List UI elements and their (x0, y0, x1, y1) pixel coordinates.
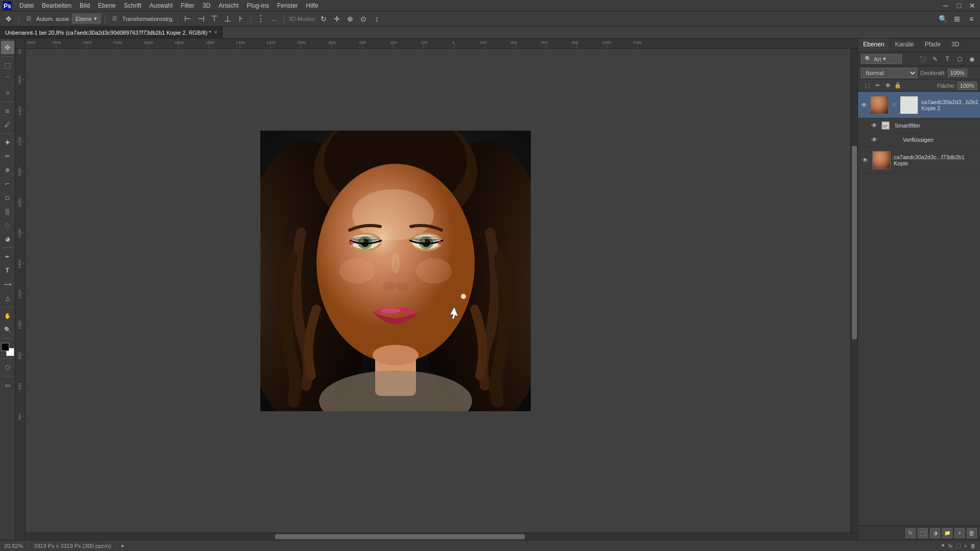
brush-tool[interactable]: ✏ (1, 149, 14, 163)
layer-fx-button[interactable]: fx (905, 528, 916, 538)
layer-item-1[interactable]: 👁 ⛓ ca7aedc30a2d3...b2b1 Kopie 2 ▾ (858, 92, 980, 118)
canvas-area[interactable]: 2800 2600 2400 2200 2000 1800 1600 1400 … (15, 39, 857, 540)
search-global-icon[interactable]: 🔍 (937, 13, 948, 24)
menu-bild[interactable]: Bild (76, 1, 94, 10)
menu-hilfe[interactable]: Hilfe (302, 1, 323, 10)
move-tool[interactable]: ✥ (1, 41, 14, 54)
opacity-value[interactable]: 100% (948, 69, 967, 77)
new-group-button[interactable]: 📁 (942, 528, 952, 538)
healing-tool[interactable]: ✚ (1, 136, 14, 149)
lasso-tool[interactable]: ⌒ (1, 72, 14, 86)
menu-3d[interactable]: 3D (199, 1, 214, 10)
layer-filter-vector-icon[interactable]: ⬡ (954, 54, 965, 64)
3d-rotate-icon[interactable]: ↻ (318, 13, 329, 24)
align-left-icon[interactable]: ⊢ (182, 13, 193, 24)
auto-select-checkbox[interactable]: ☑ (23, 13, 34, 24)
menu-ebene[interactable]: Ebene (94, 1, 120, 10)
status-right-icon-5[interactable]: 🗑 (970, 543, 976, 549)
transform-checkbox[interactable]: ☑ (109, 13, 120, 24)
eyedropper-tool[interactable]: 🖊 (1, 118, 14, 131)
dodge-tool[interactable]: ◕ (1, 232, 14, 245)
tool-move-icon[interactable]: ✥ (3, 13, 14, 24)
layer-filter-adjustment-icon[interactable]: ✎ (930, 54, 940, 64)
document-tab[interactable]: Unbenannt-1 bei 20,8% (ca7aedc30a2d3c90d… (0, 27, 223, 39)
maximize-button[interactable]: □ (953, 0, 965, 11)
delete-layer-button[interactable]: 🗑 (967, 528, 977, 538)
search-dropdown-icon[interactable]: ▾ (883, 56, 886, 62)
history-brush-tool[interactable]: ⤺ (1, 177, 14, 190)
canvas-vscroll[interactable] (850, 49, 857, 533)
fill-value[interactable]: 100% (958, 82, 977, 90)
menu-datei[interactable]: Datei (15, 1, 38, 10)
eraser-tool[interactable]: ◻ (1, 191, 14, 204)
status-right-icon-3[interactable]: ⬚ (956, 542, 961, 549)
layer-1a-visibility[interactable]: 👁 (870, 121, 878, 130)
vscroll-thumb[interactable] (852, 146, 857, 339)
menu-bearbeiten[interactable]: Bearbeiten (38, 1, 76, 10)
blend-mode-select[interactable]: Normal (861, 68, 917, 78)
blur-tool[interactable]: ◌ (1, 218, 14, 232)
layer-filter-text-icon[interactable]: T (942, 54, 952, 64)
tab-close-button[interactable]: × (214, 30, 217, 35)
align-top-icon[interactable]: ⊤ (209, 13, 220, 24)
layer-1b-visibility[interactable]: 👁 (870, 136, 878, 144)
more-options-icon[interactable]: ... (268, 13, 280, 24)
layer-filter-type-icon[interactable]: ⬛ (918, 54, 928, 64)
layer-adjustment-button[interactable]: ◑ (930, 528, 940, 538)
status-right-icon-4[interactable]: + (964, 543, 967, 549)
marquee-tool[interactable]: ⬚ (1, 59, 14, 72)
quick-mask-tool[interactable]: ⬡ (1, 361, 14, 374)
canvas-hscroll[interactable] (26, 533, 857, 540)
lock-transparent-icon[interactable]: ⬚ (863, 82, 871, 90)
quick-select-tool[interactable]: ⌗ (1, 86, 14, 99)
status-right-icon-1[interactable]: ✦ (941, 542, 945, 549)
layer-item-1a[interactable]: 👁 SF Smartfilter (858, 118, 980, 133)
3d-slide-icon[interactable]: ↕ (371, 13, 382, 24)
gradient-tool[interactable]: ▒ (1, 205, 14, 218)
lock-paint-icon[interactable]: ✏ (873, 82, 881, 90)
tab-3d[interactable]: 3D (946, 39, 965, 52)
menu-ansicht[interactable]: Ansicht (214, 1, 242, 10)
canvas-content[interactable] (26, 49, 857, 540)
tab-channels[interactable]: Kanäle (890, 39, 919, 52)
tab-paths[interactable]: Pfade (920, 39, 946, 52)
workspace-icon[interactable]: ⊞ (951, 13, 963, 24)
stamp-tool[interactable]: ⊕ (1, 163, 14, 177)
minimize-button[interactable]: ─ (940, 0, 951, 11)
status-right-icon-2[interactable]: fx (948, 543, 953, 549)
layer-search-box[interactable]: 🔍 Art ▾ (861, 54, 902, 64)
align-center-h-icon[interactable]: ⊣ (195, 13, 207, 24)
menu-auswahl[interactable]: Auswahl (145, 1, 177, 10)
tab-layers[interactable]: Ebenen (858, 39, 890, 52)
lock-all-icon[interactable]: 🔒 (894, 82, 902, 90)
menu-schrift[interactable]: Schrift (120, 1, 145, 10)
menu-fenster[interactable]: Fenster (273, 1, 302, 10)
3d-pan-icon[interactable]: ✛ (331, 13, 342, 24)
layer-dropdown[interactable]: Ebene ▾ (72, 14, 101, 23)
path-selection-tool[interactable]: ⟶ (1, 278, 14, 291)
align-bottom-icon[interactable]: ⊦ (235, 13, 247, 24)
hscroll-thumb[interactable] (275, 534, 525, 539)
screen-mode-tool[interactable]: ▭ (1, 379, 14, 392)
lock-position-icon[interactable]: ✥ (884, 82, 892, 90)
distribute-icon[interactable]: ⋮ (255, 13, 266, 24)
new-layer-button[interactable]: + (954, 528, 965, 538)
layer-2-visibility[interactable]: 👁 (861, 156, 869, 164)
align-center-v-icon[interactable]: ⊥ (222, 13, 233, 24)
layer-item-2[interactable]: 👁 ca7aedc30a2d3c...f73db2b1 Kopie (858, 147, 980, 173)
hand-tool[interactable]: ✋ (1, 309, 14, 322)
type-tool[interactable]: T (1, 264, 14, 277)
3d-zoom-icon[interactable]: ⊕ (345, 13, 356, 24)
status-arrow[interactable]: ▸ (121, 542, 125, 549)
layer-filter-smart-icon[interactable]: ◉ (967, 54, 977, 64)
layer-1-visibility[interactable]: 👁 (861, 101, 867, 109)
zoom-tool[interactable]: 🔍 (1, 323, 14, 336)
panel-toggle-icon[interactable]: ≡ (966, 13, 977, 24)
layer-mask-button[interactable]: ⬚ (918, 528, 928, 538)
crop-tool[interactable]: ⧈ (1, 104, 14, 117)
close-button[interactable]: ✕ (967, 0, 978, 11)
menu-filter[interactable]: Filter (177, 1, 199, 10)
3d-roll-icon[interactable]: ⊙ (358, 13, 369, 24)
shape-tool[interactable]: △ (1, 291, 14, 305)
color-swatches[interactable] (1, 343, 14, 356)
